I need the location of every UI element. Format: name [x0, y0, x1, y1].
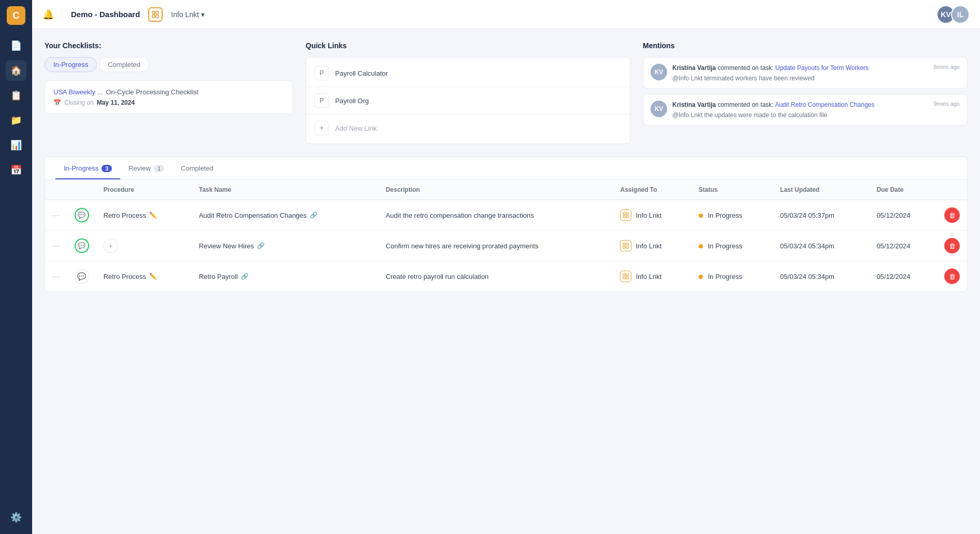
- task-table: Procedure Task Name Description Assigned…: [45, 180, 967, 291]
- table-row: ··· 💬 + Review New Hires 🔗: [45, 231, 967, 261]
- col-chat: [67, 180, 96, 200]
- row-2-task-label: Retro Payroll: [199, 273, 238, 280]
- row-2-description: Create retro payroll run calculation: [379, 261, 613, 292]
- row-1-chat: 💬: [67, 231, 96, 261]
- mention-link-1[interactable]: Audit Retro Compensation Changes: [775, 101, 874, 108]
- row-0-procedure: Retro Process ✏️: [96, 200, 192, 231]
- chevron-down-icon: ▾: [201, 10, 205, 19]
- row-1-dots-menu[interactable]: ···: [52, 242, 60, 250]
- row-2-status-label: In Progress: [708, 273, 742, 280]
- row-0-delete-button[interactable]: 🗑: [944, 207, 960, 223]
- mention-content-0: Kristina Vartija commented on task: Upda…: [672, 64, 960, 82]
- row-1-chat-icon[interactable]: 💬: [75, 238, 89, 253]
- checklists-title: Your Checklists:: [45, 41, 293, 50]
- row-2-assigned-cell: Info Lnkt: [620, 271, 684, 282]
- checklist-link[interactable]: USA Biweekly ...: [53, 88, 103, 96]
- sidebar-item-folder[interactable]: 📁: [6, 110, 26, 131]
- task-tab-in-progress[interactable]: In-Progress 3: [55, 157, 120, 179]
- sidebar-item-home[interactable]: 🏠: [6, 60, 26, 81]
- mention-user-0: Kristina Vartija: [672, 64, 716, 72]
- row-2-procedure: Retro Process ✏️: [96, 261, 192, 292]
- row-1-procedure: +: [96, 231, 192, 261]
- svg-rect-10: [623, 246, 625, 248]
- row-0-assigned-cell: Info Lnkt: [620, 209, 684, 221]
- sidebar-item-file[interactable]: 📋: [6, 85, 26, 106]
- col-actions: [45, 180, 67, 200]
- svg-rect-11: [626, 246, 628, 248]
- quicklink-payroll-calculator[interactable]: P Payroll Calculator: [306, 60, 630, 87]
- task-tabs: In-Progress 3 Review 1 Completed: [45, 157, 967, 180]
- row-0-assigned: Info Lnkt: [613, 200, 691, 231]
- table-row: ··· 💬 Retro Process ✏️: [45, 261, 967, 292]
- notification-bell-icon[interactable]: 🔔: [42, 9, 54, 20]
- col-last-updated: Last Updated: [773, 180, 869, 200]
- row-0-dots-menu[interactable]: ···: [52, 211, 60, 219]
- row-0-delete: 🗑: [937, 200, 967, 231]
- sidebar: C 📄 🏠 📋 📁 📊 📅 ⚙️: [0, 0, 32, 534]
- row-1-task-name: Review New Hires 🔗: [192, 231, 379, 261]
- row-2-delete: 🗑: [937, 261, 967, 292]
- task-tab-review[interactable]: Review 1: [120, 157, 172, 179]
- row-2-edit-icon[interactable]: ✏️: [149, 273, 157, 280]
- row-2-assigned: Info Lnkt: [613, 261, 691, 292]
- row-0-link-icon[interactable]: 🔗: [310, 212, 318, 219]
- svg-rect-15: [626, 277, 628, 279]
- task-tab-completed[interactable]: Completed: [172, 157, 222, 179]
- mention-link-0[interactable]: Update Payouts for Term Workers: [775, 64, 869, 72]
- sidebar-item-chart[interactable]: 📊: [6, 135, 26, 156]
- org-selector[interactable]: Info Lnkt ▾: [171, 10, 205, 19]
- row-1-status-dot: [699, 244, 703, 248]
- quicklink-add-new[interactable]: + Add New Link: [306, 115, 630, 142]
- tab-in-progress[interactable]: In-Progress: [45, 57, 97, 72]
- row-2-assigned-icon: [620, 271, 631, 282]
- row-2-due-date: 05/12/2024: [869, 261, 937, 292]
- mention-card-1: KV Kristina Vartija commented on task: A…: [643, 94, 968, 125]
- checklist-tabs: In-Progress Completed: [45, 57, 293, 72]
- svg-rect-6: [623, 216, 625, 218]
- sidebar-item-calendar[interactable]: 📅: [6, 160, 26, 180]
- row-2-chat-icon-empty[interactable]: 💬: [75, 269, 89, 284]
- mention-avatar-1: KV: [651, 101, 667, 117]
- row-0-chat-icon[interactable]: 💬: [75, 208, 89, 222]
- row-2-link-icon[interactable]: 🔗: [241, 273, 249, 280]
- quicklink-label-0: Payroll Calculator: [335, 69, 388, 77]
- sidebar-item-doc[interactable]: 📄: [6, 35, 26, 56]
- content-area: Your Checklists: In-Progress Completed U…: [32, 29, 980, 534]
- quicklink-label-1: Payroll Org: [335, 97, 369, 105]
- page-title: Demo - Dashboard: [71, 10, 140, 19]
- quicklink-payroll-org[interactable]: P Payroll Org: [306, 87, 630, 115]
- row-1-status: In Progress: [691, 231, 773, 261]
- task-tab-badge-1: 1: [154, 165, 164, 172]
- sidebar-item-settings[interactable]: ⚙️: [6, 507, 26, 528]
- table-row: ··· 💬 Retro Process ✏️: [45, 200, 967, 231]
- svg-rect-2: [152, 15, 155, 18]
- row-1-actions: ···: [45, 231, 67, 261]
- row-1-delete-button[interactable]: 🗑: [944, 238, 960, 254]
- task-tab-label-0: In-Progress: [64, 164, 98, 172]
- mention-text-1: Kristina Vartija commented on task: Audi…: [672, 101, 874, 109]
- col-assigned-to: Assigned To: [613, 180, 691, 200]
- mentions-title: Mentions: [643, 41, 968, 50]
- topbar: 🔔 Demo - Dashboard Info Lnkt ▾ KV IL: [32, 0, 980, 29]
- row-1-add-procedure-icon[interactable]: +: [104, 238, 118, 253]
- row-2-task-name: Retro Payroll 🔗: [192, 261, 379, 292]
- org-icon: [148, 7, 163, 22]
- quicklinks-widget: Quick Links P Payroll Calculator P Payro…: [306, 41, 630, 144]
- tab-completed[interactable]: Completed: [99, 57, 149, 72]
- col-task-name: Task Name: [192, 180, 379, 200]
- row-0-edit-icon[interactable]: ✏️: [149, 212, 157, 219]
- row-2-dots-menu[interactable]: ···: [52, 272, 60, 280]
- row-2-assigned-label: Info Lnkt: [636, 273, 661, 280]
- org-name: Info Lnkt: [171, 10, 199, 19]
- col-due-date: Due Date: [869, 180, 937, 200]
- row-0-status: In Progress: [691, 200, 773, 231]
- row-0-due-date: 05/12/2024: [869, 200, 937, 231]
- svg-rect-0: [152, 11, 155, 14]
- row-2-procedure-label: Retro Process: [104, 273, 146, 280]
- row-2-last-updated: 05/03/24 05:34pm: [773, 261, 869, 292]
- row-1-link-icon[interactable]: 🔗: [257, 242, 265, 249]
- mention-time-1: 9mins ago: [933, 101, 960, 107]
- row-2-delete-button[interactable]: 🗑: [944, 269, 960, 284]
- avatar-user2[interactable]: IL: [951, 5, 970, 24]
- svg-rect-9: [626, 243, 628, 245]
